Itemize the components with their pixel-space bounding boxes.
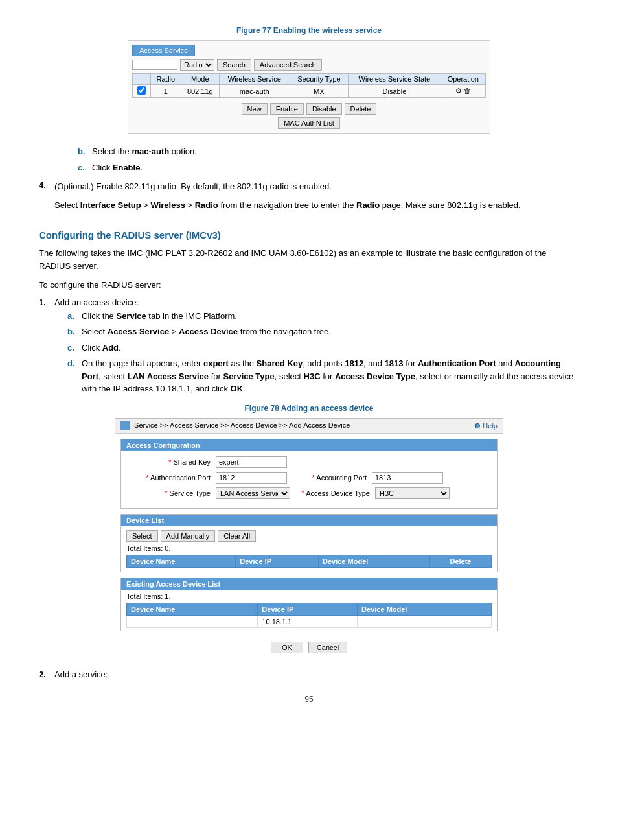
fig77-advanced-search-btn[interactable]: Advanced Search — [254, 59, 322, 71]
access-device-type-select[interactable]: H3C — [375, 487, 450, 499]
existing-title: Existing Access Device List — [121, 578, 497, 590]
device-col-ip: Device IP — [236, 555, 319, 568]
step-1a: a. Click the Service tab in the IMC Plat… — [67, 310, 579, 323]
table-row: 1 802.11g mac-auth MX Disable ⚙ 🗑 — [133, 85, 486, 98]
step-1d: d. On the page that appears, enter exper… — [67, 357, 579, 395]
fig77-mac-authn-btn[interactable]: MAC AuthN List — [278, 117, 340, 129]
fig77-row-security: MX — [290, 85, 349, 98]
fig77-new-btn[interactable]: New — [242, 103, 268, 115]
clear-all-button[interactable]: Clear All — [218, 530, 256, 542]
existing-col-name: Device Name — [127, 603, 258, 616]
device-list-section: Device List Select Add Manually Clear Al… — [120, 514, 498, 572]
fig77-enable-btn[interactable]: Enable — [270, 103, 304, 115]
help-link[interactable]: ❷ Help — [474, 422, 498, 430]
fig77-col-check — [133, 74, 151, 85]
fig77-col-state: Wireless Service State — [349, 74, 441, 85]
existing-col-ip: Device IP — [258, 603, 358, 616]
access-config-title: Access Configuration — [121, 439, 497, 451]
fig77-col-op: Operation — [441, 74, 485, 85]
fig77-col-wireless: Wireless Service — [219, 74, 290, 85]
fig77-table: Radio Mode Wireless Service Security Typ… — [132, 73, 486, 98]
existing-row-name — [127, 616, 258, 628]
fig77-search-input[interactable] — [132, 60, 177, 70]
existing-table: Device Name Device IP Device Model 10.18… — [126, 603, 492, 628]
shared-key-row: * Shared Key — [126, 456, 492, 468]
fig77-col-mode: Mode — [181, 74, 219, 85]
device-col-name: Device Name — [127, 555, 236, 568]
fig77-disable-btn[interactable]: Disable — [306, 103, 342, 115]
fig77-row-radio: 1 — [151, 85, 181, 98]
fig77-row-state: Disable — [349, 85, 441, 98]
existing-row-model — [358, 616, 492, 628]
intro-2: To configure the RADIUS server: — [39, 279, 579, 292]
fig78-footer: OK Cancel — [115, 636, 503, 659]
fig77-row-wireless: mac-auth — [219, 85, 290, 98]
device-col-model: Device Model — [319, 555, 430, 568]
acct-port-input[interactable] — [372, 472, 443, 484]
section-heading: Configuring the RADIUS server (IMCv3) — [39, 229, 579, 240]
auth-port-input[interactable] — [216, 472, 287, 484]
figure-77-title: Figure 77 Enabling the wireless service — [39, 26, 579, 35]
page-number: 95 — [39, 695, 579, 704]
fig77-row-mode: 802.11g — [181, 85, 219, 98]
step-4: 4. (Optional.) Enable 802.11g radio. By … — [39, 180, 579, 218]
existing-col-model: Device Model — [358, 603, 492, 616]
add-manually-button[interactable]: Add Manually — [161, 530, 216, 542]
fig77-tab[interactable]: Access Service — [132, 45, 195, 56]
device-col-delete: Delete — [429, 555, 491, 568]
existing-row-ip: 10.18.1.1 — [258, 616, 358, 628]
step-2: 2. Add a service: — [39, 670, 579, 679]
auth-port-row: * Authentication Port * Accounting Port — [126, 472, 492, 484]
step-1b: b. Select Access Service > Access Device… — [67, 325, 579, 338]
step-c: c. Click Enable. — [78, 161, 579, 174]
step-1: 1. Add an access device: a. Click the Se… — [39, 298, 579, 399]
figure-77-box: Access Service Radio Search Advanced Sea… — [128, 40, 490, 134]
shared-key-input[interactable] — [216, 456, 287, 468]
step-b: b. Select the mac-auth option. — [78, 145, 579, 158]
total-items-device: Total Items: 0. — [126, 544, 492, 552]
fig77-delete-btn[interactable]: Delete — [345, 103, 377, 115]
figure-78-title: Figure 78 Adding an access device — [39, 404, 579, 413]
access-config-section: Access Configuration * Shared Key * Auth… — [120, 439, 498, 509]
fig77-row-check[interactable] — [137, 86, 146, 95]
step-1c: c. Click Add. — [67, 342, 579, 355]
service-type-row: * Service Type LAN Access Service * Acce… — [126, 487, 492, 499]
total-items-existing: Total Items: 1. — [126, 592, 492, 600]
intro-1: The following takes the IMC (IMC PLAT 3.… — [39, 247, 579, 274]
fig77-radio-select[interactable]: Radio — [180, 59, 214, 71]
select-button[interactable]: Select — [126, 530, 158, 542]
cancel-button[interactable]: Cancel — [308, 642, 347, 653]
fig77-col-radio: Radio — [151, 74, 181, 85]
figure-78-box: Service >> Access Service >> Access Devi… — [115, 418, 503, 659]
service-type-select[interactable]: LAN Access Service — [216, 487, 290, 499]
fig78-breadcrumb: Service >> Access Service >> Access Devi… — [115, 419, 503, 434]
fig77-search-btn[interactable]: Search — [217, 59, 251, 71]
device-list-title: Device List — [121, 515, 497, 526]
ok-button[interactable]: OK — [271, 642, 303, 653]
device-table: Device Name Device IP Device Model Delet… — [126, 555, 492, 568]
fig77-col-security: Security Type — [290, 74, 349, 85]
existing-section: Existing Access Device List Total Items:… — [120, 578, 498, 631]
fig77-row-op[interactable]: ⚙ 🗑 — [441, 85, 485, 98]
table-row: 10.18.1.1 — [127, 616, 492, 628]
